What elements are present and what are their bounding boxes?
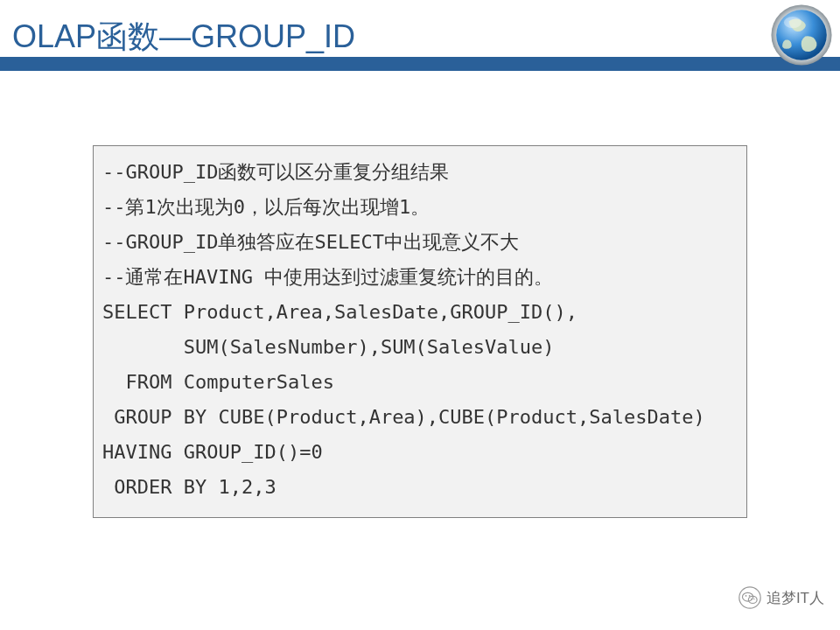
code-line: HAVING GROUP_ID()=0 bbox=[102, 435, 738, 470]
page-title: OLAP函数—GROUP_ID bbox=[12, 16, 355, 59]
svg-point-4 bbox=[742, 592, 752, 601]
slide-header: OLAP函数—GROUP_ID bbox=[0, 0, 840, 70]
svg-point-2 bbox=[784, 17, 802, 28]
code-line: --GROUP_ID单独答应在SELECT中出现意义不大 bbox=[102, 225, 738, 260]
code-line: --第1次出现为0，以后每次出现增1。 bbox=[102, 190, 738, 225]
code-line: ORDER BY 1,2,3 bbox=[102, 470, 738, 505]
header-bar bbox=[0, 57, 840, 71]
svg-point-8 bbox=[751, 598, 752, 599]
svg-point-7 bbox=[749, 595, 751, 597]
globe-icon bbox=[770, 4, 833, 66]
code-line: SUM(SalesNumber),SUM(SalesValue) bbox=[102, 330, 738, 365]
svg-point-6 bbox=[746, 595, 747, 597]
code-line: SELECT Product,Area,SalesDate,GROUP_ID()… bbox=[102, 295, 738, 330]
code-line: FROM ComputerSales bbox=[102, 365, 738, 400]
code-line: GROUP BY CUBE(Product,Area),CUBE(Product… bbox=[102, 400, 738, 435]
watermark-text: 追梦IT人 bbox=[766, 588, 824, 608]
code-line: --GROUP_ID函数可以区分重复分组结果 bbox=[102, 155, 738, 190]
svg-point-1 bbox=[776, 10, 827, 60]
code-block: --GROUP_ID函数可以区分重复分组结果 --第1次出现为0，以后每次出现增… bbox=[93, 145, 747, 518]
svg-point-9 bbox=[753, 598, 754, 599]
wechat-icon bbox=[738, 586, 761, 609]
title-suffix: GROUP_ID bbox=[191, 18, 355, 54]
watermark: 追梦IT人 bbox=[738, 586, 824, 609]
title-middle: 函数— bbox=[96, 18, 191, 54]
title-prefix: OLAP bbox=[12, 18, 96, 54]
code-line: --通常在HAVING 中使用达到过滤重复统计的目的。 bbox=[102, 260, 738, 295]
